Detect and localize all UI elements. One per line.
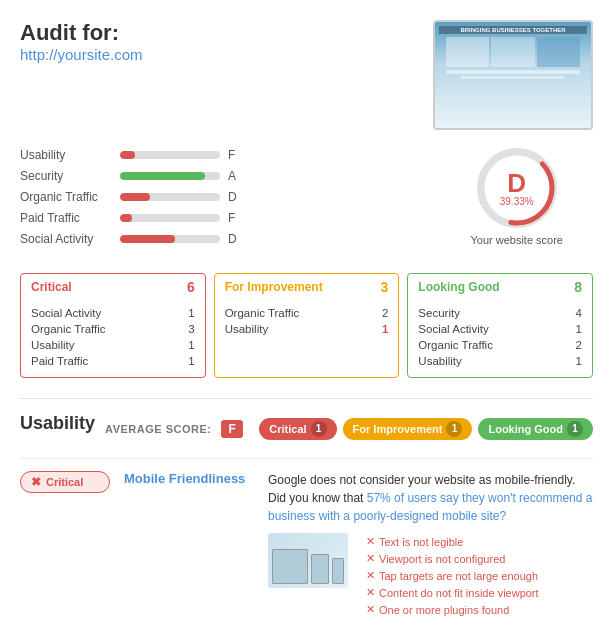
metric-bar [120,172,205,180]
audit-item-description: Google does not consider your website as… [268,471,593,525]
card-label-improvement: For Improvement [225,280,323,294]
issue-item: Tap targets are not large enough [366,567,539,584]
metric-bar [120,214,132,222]
card-item-row: Security4 [418,305,582,321]
metric-label: Organic Traffic [20,190,120,204]
card-count-improvement: 3 [381,279,389,295]
avg-score-label: AVERAGE SCORE: [105,423,211,435]
metric-bar-container [120,172,220,180]
critical-icon: ✖ [31,475,41,489]
issue-item: Viewport is not configured [366,550,539,567]
audit-item-bottom: Text is not legible Viewport is not conf… [268,533,593,619]
preview-title-bar: BRINGING BUSINESSES TOGETHER [439,26,587,34]
metric-bar-container [120,151,220,159]
metric-bar [120,193,150,201]
card-item-row: Social Activity1 [418,321,582,337]
metric-bar [120,235,175,243]
summary-cards: Critical 6 Social Activity1 Organic Traf… [20,273,593,378]
metric-row-paid: Paid Traffic F [20,211,440,225]
card-item-row: Usability1 [418,353,582,369]
card-label-critical: Critical [31,280,72,294]
card-count-good: 8 [574,279,582,295]
critical-badge-label: Critical [46,476,83,488]
section-divider [20,398,593,399]
card-header-improvement: For Improvement 3 [215,274,399,300]
metric-label: Usability [20,148,120,162]
website-preview-image: BRINGING BUSINESSES TOGETHER [433,20,593,130]
card-item-row: Organic Traffic2 [418,337,582,353]
card-item-row: Usability1 [31,337,195,353]
tag-good[interactable]: Looking Good 1 [478,418,593,440]
site-url-link[interactable]: http://yoursite.com [20,46,143,63]
usability-section: Usability AVERAGE SCORE: F Critical 1 Fo… [20,413,593,619]
tag-improvement-count: 1 [446,421,462,437]
tag-critical-count: 1 [311,421,327,437]
card-label-good: Looking Good [418,280,499,294]
score-circle-area: D 39.33% Your website score [470,148,563,246]
usability-section-title: Usability [20,413,95,434]
device-tablet-icon [311,554,329,584]
highlight-text: 57% of users say they won't recommend a … [268,491,592,523]
issue-item: One or more plugins found [366,601,539,618]
score-arc-svg [477,148,557,228]
card-body-good: Security4 Social Activity1 Organic Traff… [408,300,592,377]
tag-critical[interactable]: Critical 1 [259,418,336,440]
card-item-row: Organic Traffic3 [31,321,195,337]
card-item-row: Organic Traffic2 [225,305,389,321]
metric-bar-container [120,214,220,222]
metric-label: Security [20,169,120,183]
audit-issues-list: Text is not legible Viewport is not conf… [366,533,539,619]
audit-status-col: ✖ Critical [20,471,110,493]
card-body-improvement: Organic Traffic2 Usability1 [215,300,399,345]
metric-grade: A [228,169,240,183]
summary-card-critical: Critical 6 Social Activity1 Organic Traf… [20,273,206,378]
card-item-row: Social Activity1 [31,305,195,321]
page-header: Audit for: http://yoursite.com BRINGING … [20,20,593,130]
audit-critical-badge: ✖ Critical [20,471,110,493]
audit-item-title[interactable]: Mobile Friendliness [124,471,245,486]
device-preview-image [268,533,348,588]
audit-item-mobile-friendliness: ✖ Critical Mobile Friendliness Google do… [20,458,593,619]
audit-item-content: Google does not consider your website as… [268,471,593,619]
usability-tags: Critical 1 For Improvement 1 Looking Goo… [259,418,593,440]
issue-item: Content do not fit inside viewport [366,584,539,601]
summary-card-good: Looking Good 8 Security4 Social Activity… [407,273,593,378]
tag-good-count: 1 [567,421,583,437]
tag-critical-label: Critical [269,423,306,435]
metric-label: Social Activity [20,232,120,246]
card-item-row: Usability1 [225,321,389,337]
metric-grade: F [228,148,240,162]
metric-bar-container [120,235,220,243]
metrics-section: Usability F Security A Organic Traffic D… [20,148,593,253]
monitor-stand [493,128,533,130]
audit-for-label: Audit for: [20,20,143,46]
card-count-critical: 6 [187,279,195,295]
metrics-list: Usability F Security A Organic Traffic D… [20,148,440,253]
metric-bar [120,151,135,159]
metric-row-organic: Organic Traffic D [20,190,440,204]
score-label: Your website score [470,234,563,246]
device-mobile-icon [332,558,344,584]
metric-row-security: Security A [20,169,440,183]
metric-row-social: Social Activity D [20,232,440,246]
usability-header: Usability AVERAGE SCORE: F Critical 1 Fo… [20,413,593,444]
tag-improvement-label: For Improvement [353,423,443,435]
card-body-critical: Social Activity1 Organic Traffic3 Usabil… [21,300,205,377]
tag-improvement[interactable]: For Improvement 1 [343,418,473,440]
audit-title-block: Audit for: http://yoursite.com [20,20,143,63]
score-circle: D 39.33% [477,148,557,228]
tag-good-label: Looking Good [488,423,563,435]
avg-score-badge: F [221,420,242,438]
metric-grade: D [228,190,240,204]
issue-item: Text is not legible [366,533,539,550]
card-header-good: Looking Good 8 [408,274,592,300]
metric-row-usability: Usability F [20,148,440,162]
metric-bar-container [120,193,220,201]
card-item-row: Paid Traffic1 [31,353,195,369]
device-desktop-icon [272,549,308,584]
metric-label: Paid Traffic [20,211,120,225]
card-header-critical: Critical 6 [21,274,205,300]
summary-card-improvement: For Improvement 3 Organic Traffic2 Usabi… [214,273,400,378]
metric-grade: F [228,211,240,225]
metric-grade: D [228,232,240,246]
